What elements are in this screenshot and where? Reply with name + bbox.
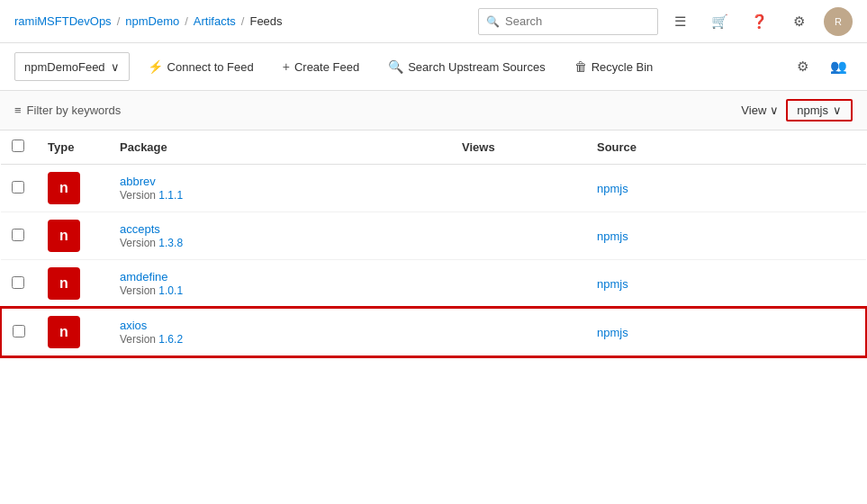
search-upstream-label: Search Upstream Sources <box>408 60 545 74</box>
row-package-cell: accepts Version 1.3.8 <box>109 212 451 260</box>
view-selector[interactable]: View ∨ <box>741 104 779 117</box>
table-row: n abbrev Version 1.1.1 npmjs <box>1 165 866 212</box>
recycle-bin-button[interactable]: 🗑 Recycle Bin <box>564 52 664 81</box>
row-package-cell: abbrev Version 1.1.1 <box>109 165 451 212</box>
row-checkbox-cell <box>1 212 37 260</box>
connect-to-feed-button[interactable]: ⚡ Connect to Feed <box>137 52 265 81</box>
row-checkbox[interactable] <box>12 181 24 194</box>
breadcrumb-sep-2: / <box>185 14 188 28</box>
search-icon: 🔍 <box>486 15 500 28</box>
view-label-text: View <box>741 104 766 117</box>
filter-bar: ≡ Filter by keywords View ∨ npmjs ∨ <box>0 91 867 130</box>
npmjs-label: npmjs <box>797 104 828 117</box>
row-package-cell: axios Version 1.6.2 <box>109 308 451 356</box>
row-checkbox[interactable] <box>12 276 24 289</box>
breadcrumb: ramiMSFTDevOps / npmDemo / Artifacts / F… <box>14 14 471 28</box>
th-type: Type <box>37 130 109 165</box>
package-version: Version 1.6.2 <box>120 333 183 346</box>
package-version: Version 1.1.1 <box>120 189 183 202</box>
row-checkbox[interactable] <box>13 325 25 338</box>
top-navigation: ramiMSFTDevOps / npmDemo / Artifacts / F… <box>0 0 867 43</box>
row-source-cell: npmjs <box>586 165 866 212</box>
filter-keywords[interactable]: ≡ Filter by keywords <box>14 104 741 117</box>
package-name-link[interactable]: abbrev <box>120 175 156 188</box>
row-type-cell: n <box>37 212 109 260</box>
shopping-icon-button[interactable]: 🛒 <box>705 7 734 36</box>
avatar-image: R <box>835 16 842 27</box>
breadcrumb-sep-3: / <box>241 14 245 28</box>
source-label: npmjs <box>597 277 628 291</box>
th-checkbox <box>1 130 37 165</box>
row-checkbox-cell <box>1 260 37 309</box>
breadcrumb-sep-1: / <box>117 14 121 28</box>
list-icon-button[interactable]: ☰ <box>665 7 694 36</box>
create-feed-label: Create Feed <box>294 60 359 74</box>
connect-to-feed-label: Connect to Feed <box>167 60 254 74</box>
view-chevron-icon: ∨ <box>770 104 779 117</box>
nav-icons: ☰ 🛒 ❓ ⚙ R <box>665 7 853 36</box>
th-views: Views <box>451 130 586 165</box>
select-all-checkbox[interactable] <box>12 140 24 152</box>
create-icon: + <box>283 59 290 74</box>
breadcrumb-artifacts[interactable]: Artifacts <box>194 14 236 28</box>
npmjs-filter-badge[interactable]: npmjs ∨ <box>786 99 853 122</box>
package-version: Version 1.3.8 <box>120 237 183 249</box>
npm-package-icon: n <box>48 267 80 300</box>
version-number: 1.1.1 <box>158 189 183 202</box>
breadcrumb-org[interactable]: ramiMSFTDevOps <box>14 14 112 28</box>
row-source-cell: npmjs <box>586 260 866 309</box>
npm-package-icon: n <box>48 316 80 348</box>
package-name-link[interactable]: amdefine <box>120 270 167 284</box>
search-upstream-icon: 🔍 <box>388 59 403 74</box>
npmjs-chevron-icon: ∨ <box>833 104 842 117</box>
row-views-cell <box>451 260 586 309</box>
view-controls: View ∨ npmjs ∨ <box>741 99 853 122</box>
th-package: Package <box>109 130 451 165</box>
npm-package-icon: n <box>48 220 80 252</box>
row-checkbox[interactable] <box>12 229 24 241</box>
feed-name-label: npmDemoFeed <box>24 60 105 74</box>
row-source-cell: npmjs <box>586 308 866 356</box>
row-type-cell: n <box>37 308 109 356</box>
package-version: Version 1.0.1 <box>120 284 183 297</box>
connect-icon: ⚡ <box>148 59 163 74</box>
settings-icon-button[interactable]: ⚙ <box>784 7 813 36</box>
toolbar: npmDemoFeed ∨ ⚡ Connect to Feed + Create… <box>0 43 867 91</box>
row-type-cell: n <box>37 260 109 309</box>
search-box[interactable]: 🔍 <box>478 8 658 35</box>
table-row: n axios Version 1.6.2 npmjs <box>1 308 866 356</box>
packages-table-container: Type Package Views Source n abbrev Versi… <box>0 130 867 503</box>
recycle-bin-label: Recycle Bin <box>592 60 654 74</box>
source-label: npmjs <box>597 326 628 339</box>
filter-keywords-label: Filter by keywords <box>27 104 122 117</box>
table-row: n accepts Version 1.3.8 npmjs <box>1 212 866 260</box>
search-upstream-button[interactable]: 🔍 Search Upstream Sources <box>377 52 555 81</box>
table-row: n amdefine Version 1.0.1 npmjs <box>1 260 866 309</box>
package-name-link[interactable]: axios <box>120 319 147 332</box>
source-label: npmjs <box>597 230 628 243</box>
avatar[interactable]: R <box>824 7 853 36</box>
row-checkbox-cell <box>1 165 37 212</box>
row-views-cell <box>451 212 586 260</box>
th-source: Source <box>586 130 866 165</box>
version-number: 1.0.1 <box>158 284 183 297</box>
create-feed-button[interactable]: + Create Feed <box>272 52 370 81</box>
feed-settings-button[interactable]: ⚙ <box>788 52 817 81</box>
table-header-row: Type Package Views Source <box>1 130 866 165</box>
row-views-cell <box>451 308 586 356</box>
source-label: npmjs <box>597 182 628 195</box>
breadcrumb-project[interactable]: npmDemo <box>125 14 179 28</box>
search-input[interactable] <box>505 14 650 28</box>
filter-icon: ≡ <box>14 104 22 117</box>
version-number: 1.6.2 <box>158 333 183 346</box>
breadcrumb-feeds: Feeds <box>249 14 282 28</box>
feed-dropdown[interactable]: npmDemoFeed ∨ <box>14 52 130 81</box>
row-views-cell <box>451 165 586 212</box>
packages-table: Type Package Views Source n abbrev Versi… <box>0 130 867 357</box>
package-name-link[interactable]: accepts <box>120 222 160 236</box>
chevron-down-icon: ∨ <box>111 60 120 74</box>
help-icon-button[interactable]: ❓ <box>745 7 773 36</box>
row-package-cell: amdefine Version 1.0.1 <box>109 260 451 309</box>
feed-users-button[interactable]: 👥 <box>824 52 853 81</box>
recycle-bin-icon: 🗑 <box>574 59 587 74</box>
